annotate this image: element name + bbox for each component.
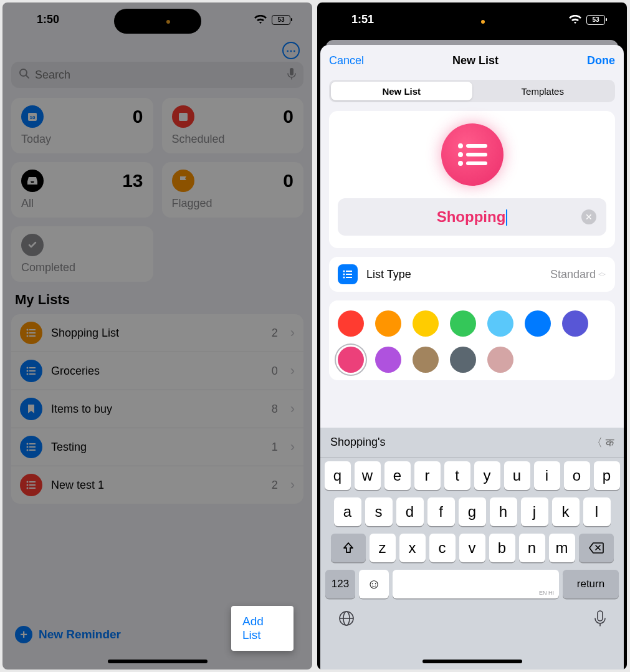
color-swatch[interactable] — [375, 310, 401, 337]
key-q[interactable]: q — [325, 461, 351, 490]
card-flagged[interactable]: 0 Flagged — [162, 162, 304, 218]
list-item[interactable]: New test 1 2 › — [11, 466, 303, 504]
new-reminder-button[interactable]: + New Reminder — [15, 626, 121, 643]
color-swatch[interactable] — [487, 310, 513, 337]
list-name-field[interactable]: Shopping ✕ — [338, 198, 606, 236]
card-all[interactable]: 13 All — [11, 162, 153, 218]
key-x[interactable]: x — [399, 534, 426, 562]
shift-key[interactable] — [331, 534, 366, 562]
color-swatch[interactable] — [450, 310, 476, 337]
dynamic-island — [429, 9, 516, 34]
color-swatch[interactable] — [413, 347, 439, 373]
card-count: 0 — [283, 170, 294, 191]
key-g[interactable]: g — [459, 497, 486, 526]
svg-rect-42 — [346, 277, 352, 278]
key-n[interactable]: n — [519, 534, 545, 562]
card-label: All — [21, 197, 143, 210]
key-y[interactable]: y — [474, 461, 500, 490]
search-field[interactable] — [35, 69, 282, 82]
svg-point-37 — [343, 271, 345, 272]
list-item[interactable]: Testing 1 › — [11, 428, 303, 466]
svg-rect-24 — [29, 449, 36, 451]
clear-button[interactable]: ✕ — [581, 209, 596, 224]
key-s[interactable]: s — [365, 497, 393, 526]
keyboard-suggestion[interactable]: Shopping's — [320, 436, 425, 449]
segment-templates[interactable]: Templates — [472, 82, 614, 100]
svg-rect-8 — [29, 329, 36, 330]
wifi-icon — [569, 15, 581, 24]
space-key[interactable]: EN HI — [393, 570, 559, 598]
key-i[interactable]: i — [534, 461, 560, 490]
segmented-control[interactable]: New List Templates — [329, 80, 615, 102]
color-swatch[interactable] — [487, 347, 513, 373]
color-swatch[interactable] — [450, 347, 476, 373]
mic-icon[interactable] — [287, 67, 296, 82]
color-swatch[interactable] — [562, 310, 588, 337]
color-swatch[interactable] — [375, 347, 401, 373]
key-l[interactable]: l — [583, 497, 611, 526]
done-button[interactable]: Done — [587, 54, 615, 67]
key-t[interactable]: t — [444, 461, 470, 490]
card-today[interactable]: 10 0 Today — [11, 98, 153, 153]
svg-rect-26 — [29, 481, 36, 482]
keyboard[interactable]: Shopping's 〈 क qwertyuiop asdfghjkl zxcv… — [320, 428, 624, 670]
color-picker — [329, 300, 615, 380]
list-item[interactable]: Shopping List 2 › — [11, 314, 303, 352]
key-u[interactable]: u — [504, 461, 530, 490]
search-input[interactable] — [11, 62, 303, 88]
cancel-button[interactable]: Cancel — [329, 54, 364, 67]
card-completed[interactable]: Completed — [11, 226, 153, 282]
home-indicator[interactable] — [422, 660, 522, 663]
key-c[interactable]: c — [429, 534, 456, 562]
card-count: 13 — [122, 170, 143, 191]
key-a[interactable]: a — [334, 497, 361, 526]
card-count: 0 — [133, 106, 143, 127]
bookmark-icon — [20, 398, 42, 420]
battery-indicator: 53 — [272, 15, 290, 25]
battery-indicator: 53 — [586, 15, 605, 25]
svg-point-17 — [27, 373, 29, 375]
key-o[interactable]: o — [564, 461, 590, 490]
chevron-right-icon: › — [290, 439, 295, 455]
list-count: 2 — [272, 479, 278, 492]
key-b[interactable]: b — [489, 534, 515, 562]
color-swatch[interactable] — [525, 310, 551, 337]
key-w[interactable]: w — [355, 461, 381, 490]
list-item[interactable]: Items to buy 8 › — [11, 390, 303, 428]
return-key[interactable]: return — [563, 570, 619, 598]
list-type-row[interactable]: List Type Standard ︿﹀ — [329, 257, 615, 292]
svg-rect-2 — [290, 68, 294, 75]
key-j[interactable]: j — [521, 497, 548, 526]
card-scheduled[interactable]: 0 Scheduled — [162, 98, 304, 153]
mic-icon[interactable] — [594, 610, 606, 627]
key-r[interactable]: r — [414, 461, 441, 490]
key-p[interactable]: p — [594, 461, 620, 490]
list-item[interactable]: Groceries 0 › — [11, 352, 303, 390]
keyboard-lang-switch[interactable]: 〈 क — [519, 435, 624, 450]
svg-point-7 — [27, 329, 29, 331]
globe-icon[interactable] — [338, 610, 355, 627]
key-h[interactable]: h — [490, 497, 517, 526]
color-swatch[interactable] — [413, 310, 439, 337]
segment-new-list[interactable]: New List — [331, 82, 472, 100]
emoji-key[interactable]: ☺ — [359, 570, 389, 598]
color-swatch[interactable] — [338, 347, 364, 373]
svg-point-19 — [27, 443, 29, 445]
color-swatch[interactable] — [338, 310, 364, 337]
key-v[interactable]: v — [459, 534, 485, 562]
list-name: Groceries — [51, 365, 263, 378]
key-z[interactable]: z — [370, 534, 396, 562]
more-button[interactable]: ⋯ — [11, 37, 303, 62]
svg-point-31 — [458, 143, 463, 148]
home-indicator[interactable] — [108, 660, 208, 663]
backspace-key[interactable] — [579, 534, 614, 562]
add-list-button[interactable]: Add List — [231, 606, 294, 651]
key-f[interactable]: f — [427, 497, 455, 526]
key-d[interactable]: d — [396, 497, 424, 526]
numbers-key[interactable]: 123 — [325, 570, 355, 598]
key-m[interactable]: m — [549, 534, 575, 562]
card-label: Scheduled — [172, 133, 294, 146]
svg-rect-14 — [29, 367, 36, 368]
key-e[interactable]: e — [384, 461, 411, 490]
key-k[interactable]: k — [552, 497, 580, 526]
